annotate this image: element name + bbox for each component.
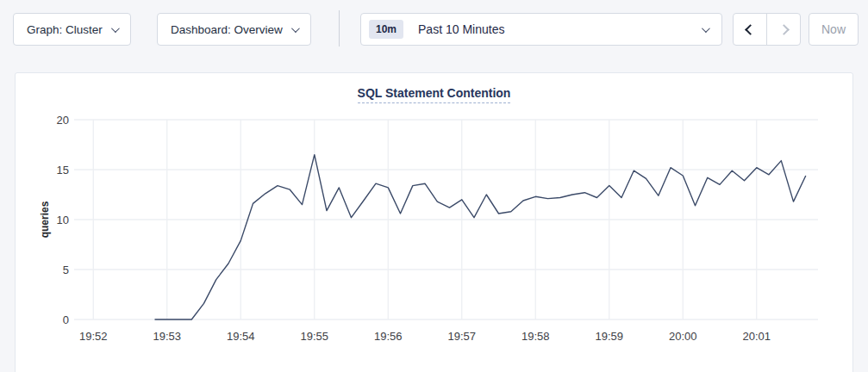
time-range-badge: 10m: [369, 20, 403, 39]
graph-dropdown[interactable]: Graph: Cluster: [13, 13, 131, 46]
now-button-label: Now: [821, 22, 846, 36]
y-tick-label: 5: [63, 264, 69, 276]
x-tick-label: 20:01: [742, 330, 771, 343]
time-step-buttons: [733, 13, 801, 46]
time-forward-button[interactable]: [767, 14, 800, 45]
graph-dropdown-label: Graph: Cluster: [27, 23, 103, 36]
x-tick-label: 19:57: [447, 330, 476, 343]
x-tick-label: 19:56: [374, 330, 403, 343]
series-line: [155, 155, 806, 319]
y-tick-label: 15: [57, 164, 69, 177]
chart-title-wrap: SQL Statement Contention: [16, 85, 852, 104]
chart-panel: SQL Statement Contention 0510152019:5219…: [15, 72, 853, 372]
chevron-down-icon: [111, 24, 120, 33]
time-range-label: Past 10 Minutes: [418, 22, 702, 36]
sql-contention-line-chart[interactable]: 0510152019:5219:5319:5419:5519:5619:5719…: [16, 104, 852, 372]
toolbar-divider: [339, 10, 340, 46]
x-tick-label: 19:55: [300, 330, 328, 343]
chevron-left-icon: [745, 24, 756, 35]
y-tick-label: 20: [57, 114, 69, 127]
chevron-down-icon: [702, 24, 710, 33]
chevron-right-icon: [778, 24, 790, 35]
y-tick-label: 10: [57, 214, 69, 226]
x-tick-label: 19:54: [227, 330, 255, 343]
chevron-down-icon: [291, 24, 300, 33]
x-tick-label: 19:53: [153, 330, 181, 343]
x-tick-label: 19:58: [521, 330, 550, 343]
time-back-button[interactable]: [734, 14, 767, 45]
dashboard-dropdown-label: Dashboard: Overview: [171, 23, 283, 36]
time-range-dropdown[interactable]: 10m Past 10 Minutes: [360, 13, 722, 46]
now-button[interactable]: Now: [809, 13, 859, 46]
x-tick-label: 19:52: [79, 330, 108, 343]
y-axis-label: queries: [39, 201, 51, 238]
x-tick-label: 20:00: [669, 330, 697, 343]
y-tick-label: 0: [63, 313, 69, 326]
dashboard-dropdown[interactable]: Dashboard: Overview: [157, 13, 311, 46]
x-tick-label: 19:59: [595, 330, 623, 343]
chart-title[interactable]: SQL Statement Contention: [358, 86, 511, 103]
